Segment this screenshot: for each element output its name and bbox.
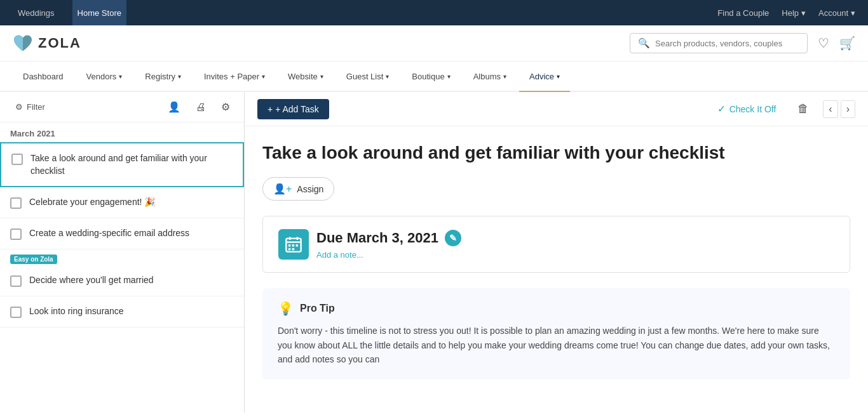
main-panel: + + Add Task ✓ Check It Off 🗑 ‹ › Take a… bbox=[245, 92, 868, 413]
chevron-down-icon: ▾ bbox=[119, 73, 122, 80]
top-nav-home-store[interactable]: Home Store bbox=[72, 0, 126, 25]
logo-heart-icon bbox=[13, 34, 33, 52]
checklist-item-text-3: Create a wedding-specific email address bbox=[29, 227, 189, 240]
top-navigation: Weddings Home Store Find a Couple Help ▾… bbox=[0, 0, 868, 25]
top-nav-weddings[interactable]: Weddings bbox=[13, 0, 60, 25]
edit-date-button[interactable]: ✎ bbox=[445, 230, 461, 246]
print-icon[interactable]: 🖨 bbox=[192, 99, 210, 116]
chevron-down-icon: ▾ bbox=[178, 73, 181, 80]
nav-vendors[interactable]: Vendors ▾ bbox=[76, 61, 133, 91]
logo[interactable]: ZOLA bbox=[13, 34, 81, 52]
due-date-content: Due March 3, 2021 ✎ Add a note... bbox=[316, 230, 461, 260]
delete-button[interactable]: 🗑 bbox=[791, 98, 815, 119]
filter-button[interactable]: ⚙ Filter bbox=[10, 100, 50, 114]
due-date-text: Due March 3, 2021 ✎ bbox=[316, 230, 461, 246]
lightbulb-icon: 💡 bbox=[278, 301, 294, 316]
top-nav-find-couple[interactable]: Find a Couple bbox=[717, 8, 769, 18]
pro-tip-header: 💡 Pro Tip bbox=[278, 301, 835, 316]
calendar-icon bbox=[285, 235, 302, 253]
checklist-item-1[interactable]: Take a look around and get familiar with… bbox=[0, 142, 244, 187]
svg-rect-6 bbox=[296, 244, 299, 247]
trash-icon: 🗑 bbox=[797, 102, 809, 115]
assign-button[interactable]: 👤+ Assign bbox=[262, 177, 334, 201]
add-task-button[interactable]: + + Add Task bbox=[257, 99, 329, 119]
calendar-icon-box bbox=[278, 229, 309, 260]
panel-toolbar: + + Add Task ✓ Check It Off 🗑 ‹ › bbox=[245, 92, 868, 126]
checkbox-1[interactable] bbox=[11, 154, 23, 165]
due-date-row: Due March 3, 2021 ✎ Add a note... bbox=[278, 229, 834, 260]
nav-advice[interactable]: Advice ▾ bbox=[519, 62, 570, 92]
top-nav-account[interactable]: Account ▾ bbox=[818, 8, 855, 18]
top-nav-left: Weddings Home Store bbox=[13, 0, 126, 25]
add-note-link[interactable]: Add a note... bbox=[316, 250, 461, 260]
add-person-icon[interactable]: 👤 bbox=[164, 98, 184, 116]
due-date-box: Due March 3, 2021 ✎ Add a note... bbox=[262, 216, 850, 273]
sidebar-toolbar: ⚙ Filter 👤 🖨 ⚙ bbox=[0, 92, 244, 122]
checklist-item-3[interactable]: Create a wedding-specific email address bbox=[0, 218, 244, 249]
nav-albums[interactable]: Albums ▾ bbox=[463, 61, 517, 91]
chevron-down-icon: ▾ bbox=[320, 73, 323, 80]
assign-person-icon: 👤+ bbox=[273, 183, 292, 195]
pro-tip-box: 💡 Pro Tip Don't worry - this timeline is… bbox=[262, 288, 850, 379]
navigation-arrows: ‹ › bbox=[823, 100, 855, 118]
search-icon: 🔍 bbox=[638, 37, 650, 49]
chevron-down-icon: ▾ bbox=[851, 8, 855, 18]
checkbox-3[interactable] bbox=[10, 228, 22, 240]
chevron-down-icon: ▾ bbox=[447, 73, 451, 80]
cart-icon[interactable]: 🛒 bbox=[839, 36, 855, 51]
checklist-item-text-2: Celebrate your engagement! 🎉 bbox=[29, 196, 155, 209]
easy-on-zola-badge: Easy on Zola bbox=[10, 255, 57, 264]
checklist-item-text-5: Look into ring insurance bbox=[29, 305, 124, 318]
svg-rect-8 bbox=[292, 248, 295, 251]
chevron-down-icon: ▾ bbox=[801, 8, 806, 18]
filter-icon: ⚙ bbox=[15, 102, 23, 112]
settings-icon[interactable]: ⚙ bbox=[217, 98, 234, 116]
checklist-item-5[interactable]: Look into ring insurance bbox=[0, 296, 244, 328]
svg-rect-7 bbox=[288, 248, 291, 251]
chevron-down-icon: ▾ bbox=[557, 73, 560, 80]
panel-content: Take a look around and get familiar with… bbox=[245, 126, 868, 395]
plus-icon: + bbox=[268, 104, 273, 114]
nav-registry[interactable]: Registry ▾ bbox=[135, 61, 191, 91]
checkbox-4[interactable] bbox=[10, 275, 22, 287]
pro-tip-text: Don't worry - this timeline is not to st… bbox=[278, 324, 835, 366]
checkbox-5[interactable] bbox=[10, 307, 22, 318]
nav-boutique[interactable]: Boutique ▾ bbox=[402, 61, 460, 91]
logo-text: ZOLA bbox=[38, 35, 81, 51]
checklist-item-text-1: Take a look around and get familiar with… bbox=[31, 152, 233, 177]
nav-invites-paper[interactable]: Invites + Paper ▾ bbox=[194, 61, 275, 91]
search-bar[interactable]: 🔍 bbox=[630, 33, 808, 53]
nav-website[interactable]: Website ▾ bbox=[278, 61, 334, 91]
task-title: Take a look around and get familiar with… bbox=[262, 142, 850, 164]
checklist-item-4[interactable]: Easy on Zola Decide where you'll get mar… bbox=[0, 249, 244, 296]
svg-rect-4 bbox=[288, 244, 291, 247]
chevron-down-icon: ▾ bbox=[262, 73, 265, 80]
prev-arrow[interactable]: ‹ bbox=[823, 100, 837, 118]
sidebar: ⚙ Filter 👤 🖨 ⚙ March 2021 Take a look ar… bbox=[0, 92, 245, 413]
main-navigation: Dashboard Vendors ▾ Registry ▾ Invites +… bbox=[0, 62, 868, 92]
content-wrapper: ⚙ Filter 👤 🖨 ⚙ March 2021 Take a look ar… bbox=[0, 92, 868, 413]
checkmark-icon: ✓ bbox=[717, 103, 726, 115]
next-arrow[interactable]: › bbox=[841, 100, 855, 118]
nav-guest-list[interactable]: Guest List ▾ bbox=[336, 61, 400, 91]
sidebar-month: March 2021 bbox=[0, 122, 244, 142]
checkbox-2[interactable] bbox=[10, 197, 22, 209]
nav-dashboard[interactable]: Dashboard bbox=[13, 61, 74, 91]
wishlist-icon[interactable]: ♡ bbox=[818, 36, 829, 51]
top-nav-help[interactable]: Help ▾ bbox=[782, 8, 806, 18]
top-nav-right: Find a Couple Help ▾ Account ▾ bbox=[717, 8, 855, 18]
checklist-item-text-4: Decide where you'll get married bbox=[29, 274, 154, 287]
chevron-down-icon: ▾ bbox=[503, 73, 506, 80]
chevron-down-icon: ▾ bbox=[386, 73, 389, 80]
check-it-off-button[interactable]: ✓ Check It Off bbox=[710, 99, 784, 119]
svg-rect-5 bbox=[292, 244, 295, 247]
checklist-item-2[interactable]: Celebrate your engagement! 🎉 bbox=[0, 187, 244, 218]
header: ZOLA 🔍 ♡ 🛒 bbox=[0, 25, 868, 62]
header-right: 🔍 ♡ 🛒 bbox=[630, 33, 855, 53]
search-input[interactable] bbox=[655, 39, 799, 48]
